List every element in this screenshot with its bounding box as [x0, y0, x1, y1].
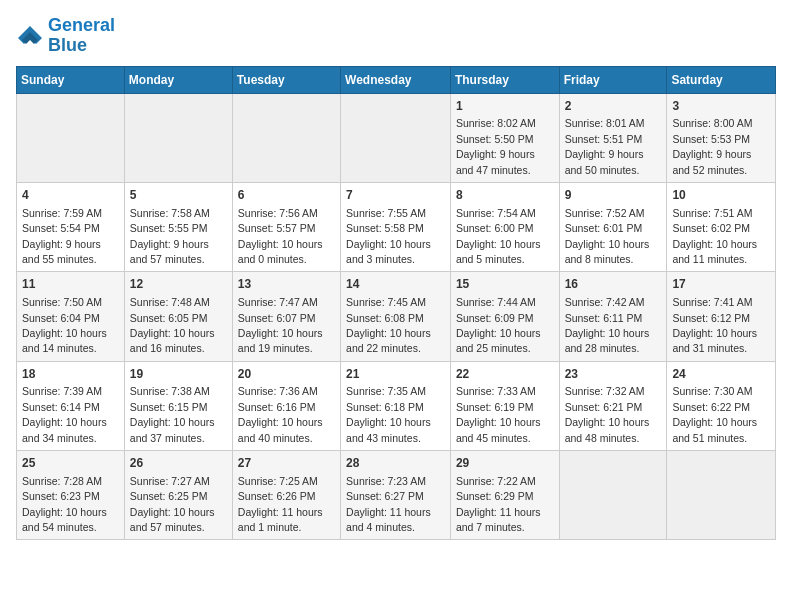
- day-header-thursday: Thursday: [450, 66, 559, 93]
- day-info: Sunrise: 7:59 AM Sunset: 5:54 PM Dayligh…: [22, 207, 102, 265]
- day-number: 7: [346, 187, 445, 204]
- day-header-monday: Monday: [124, 66, 232, 93]
- day-info: Sunrise: 7:35 AM Sunset: 6:18 PM Dayligh…: [346, 385, 431, 443]
- day-number: 2: [565, 98, 662, 115]
- calendar-cell: 25Sunrise: 7:28 AM Sunset: 6:23 PM Dayli…: [17, 451, 125, 540]
- calendar-cell: 15Sunrise: 7:44 AM Sunset: 6:09 PM Dayli…: [450, 272, 559, 361]
- calendar-cell: 9Sunrise: 7:52 AM Sunset: 6:01 PM Daylig…: [559, 182, 667, 271]
- calendar-cell: 7Sunrise: 7:55 AM Sunset: 5:58 PM Daylig…: [341, 182, 451, 271]
- day-info: Sunrise: 7:28 AM Sunset: 6:23 PM Dayligh…: [22, 475, 107, 533]
- day-info: Sunrise: 7:55 AM Sunset: 5:58 PM Dayligh…: [346, 207, 431, 265]
- calendar-table: SundayMondayTuesdayWednesdayThursdayFrid…: [16, 66, 776, 541]
- calendar-cell: [559, 451, 667, 540]
- day-info: Sunrise: 7:36 AM Sunset: 6:16 PM Dayligh…: [238, 385, 323, 443]
- week-row-5: 25Sunrise: 7:28 AM Sunset: 6:23 PM Dayli…: [17, 451, 776, 540]
- day-info: Sunrise: 7:25 AM Sunset: 6:26 PM Dayligh…: [238, 475, 323, 533]
- day-number: 28: [346, 455, 445, 472]
- day-number: 3: [672, 98, 770, 115]
- day-info: Sunrise: 7:27 AM Sunset: 6:25 PM Dayligh…: [130, 475, 215, 533]
- day-number: 10: [672, 187, 770, 204]
- day-info: Sunrise: 7:50 AM Sunset: 6:04 PM Dayligh…: [22, 296, 107, 354]
- day-number: 19: [130, 366, 227, 383]
- day-number: 21: [346, 366, 445, 383]
- day-info: Sunrise: 7:52 AM Sunset: 6:01 PM Dayligh…: [565, 207, 650, 265]
- day-number: 9: [565, 187, 662, 204]
- calendar-cell: 1Sunrise: 8:02 AM Sunset: 5:50 PM Daylig…: [450, 93, 559, 182]
- calendar-cell: 29Sunrise: 7:22 AM Sunset: 6:29 PM Dayli…: [450, 451, 559, 540]
- day-header-tuesday: Tuesday: [232, 66, 340, 93]
- calendar-cell: 19Sunrise: 7:38 AM Sunset: 6:15 PM Dayli…: [124, 361, 232, 450]
- day-info: Sunrise: 7:39 AM Sunset: 6:14 PM Dayligh…: [22, 385, 107, 443]
- day-info: Sunrise: 7:42 AM Sunset: 6:11 PM Dayligh…: [565, 296, 650, 354]
- calendar-cell: [341, 93, 451, 182]
- calendar-cell: 20Sunrise: 7:36 AM Sunset: 6:16 PM Dayli…: [232, 361, 340, 450]
- day-info: Sunrise: 7:44 AM Sunset: 6:09 PM Dayligh…: [456, 296, 541, 354]
- day-number: 24: [672, 366, 770, 383]
- calendar-cell: 13Sunrise: 7:47 AM Sunset: 6:07 PM Dayli…: [232, 272, 340, 361]
- calendar-cell: 5Sunrise: 7:58 AM Sunset: 5:55 PM Daylig…: [124, 182, 232, 271]
- day-number: 29: [456, 455, 554, 472]
- day-info: Sunrise: 7:54 AM Sunset: 6:00 PM Dayligh…: [456, 207, 541, 265]
- page-header: General Blue: [16, 16, 776, 56]
- logo-icon: [16, 24, 44, 48]
- day-number: 12: [130, 276, 227, 293]
- calendar-cell: [17, 93, 125, 182]
- calendar-cell: 22Sunrise: 7:33 AM Sunset: 6:19 PM Dayli…: [450, 361, 559, 450]
- calendar-cell: 24Sunrise: 7:30 AM Sunset: 6:22 PM Dayli…: [667, 361, 776, 450]
- day-info: Sunrise: 7:45 AM Sunset: 6:08 PM Dayligh…: [346, 296, 431, 354]
- day-number: 6: [238, 187, 335, 204]
- calendar-cell: 26Sunrise: 7:27 AM Sunset: 6:25 PM Dayli…: [124, 451, 232, 540]
- week-row-4: 18Sunrise: 7:39 AM Sunset: 6:14 PM Dayli…: [17, 361, 776, 450]
- day-number: 25: [22, 455, 119, 472]
- calendar-cell: 18Sunrise: 7:39 AM Sunset: 6:14 PM Dayli…: [17, 361, 125, 450]
- day-info: Sunrise: 7:23 AM Sunset: 6:27 PM Dayligh…: [346, 475, 431, 533]
- day-number: 23: [565, 366, 662, 383]
- day-number: 5: [130, 187, 227, 204]
- day-info: Sunrise: 8:01 AM Sunset: 5:51 PM Dayligh…: [565, 117, 645, 175]
- day-info: Sunrise: 8:00 AM Sunset: 5:53 PM Dayligh…: [672, 117, 752, 175]
- day-number: 20: [238, 366, 335, 383]
- day-header-friday: Friday: [559, 66, 667, 93]
- day-number: 15: [456, 276, 554, 293]
- day-info: Sunrise: 7:32 AM Sunset: 6:21 PM Dayligh…: [565, 385, 650, 443]
- calendar-cell: 28Sunrise: 7:23 AM Sunset: 6:27 PM Dayli…: [341, 451, 451, 540]
- calendar-cell: [667, 451, 776, 540]
- calendar-cell: 21Sunrise: 7:35 AM Sunset: 6:18 PM Dayli…: [341, 361, 451, 450]
- day-number: 4: [22, 187, 119, 204]
- day-info: Sunrise: 7:47 AM Sunset: 6:07 PM Dayligh…: [238, 296, 323, 354]
- day-header-wednesday: Wednesday: [341, 66, 451, 93]
- day-number: 8: [456, 187, 554, 204]
- day-number: 11: [22, 276, 119, 293]
- calendar-cell: [124, 93, 232, 182]
- calendar-cell: 11Sunrise: 7:50 AM Sunset: 6:04 PM Dayli…: [17, 272, 125, 361]
- day-number: 1: [456, 98, 554, 115]
- day-info: Sunrise: 7:58 AM Sunset: 5:55 PM Dayligh…: [130, 207, 210, 265]
- calendar-cell: 12Sunrise: 7:48 AM Sunset: 6:05 PM Dayli…: [124, 272, 232, 361]
- logo-text: General Blue: [48, 16, 115, 56]
- day-info: Sunrise: 7:22 AM Sunset: 6:29 PM Dayligh…: [456, 475, 541, 533]
- calendar-cell: 3Sunrise: 8:00 AM Sunset: 5:53 PM Daylig…: [667, 93, 776, 182]
- day-number: 16: [565, 276, 662, 293]
- day-number: 17: [672, 276, 770, 293]
- calendar-cell: 16Sunrise: 7:42 AM Sunset: 6:11 PM Dayli…: [559, 272, 667, 361]
- day-info: Sunrise: 7:33 AM Sunset: 6:19 PM Dayligh…: [456, 385, 541, 443]
- day-number: 22: [456, 366, 554, 383]
- day-info: Sunrise: 7:41 AM Sunset: 6:12 PM Dayligh…: [672, 296, 757, 354]
- day-info: Sunrise: 7:48 AM Sunset: 6:05 PM Dayligh…: [130, 296, 215, 354]
- calendar-cell: [232, 93, 340, 182]
- day-info: Sunrise: 7:51 AM Sunset: 6:02 PM Dayligh…: [672, 207, 757, 265]
- day-headers-row: SundayMondayTuesdayWednesdayThursdayFrid…: [17, 66, 776, 93]
- calendar-cell: 23Sunrise: 7:32 AM Sunset: 6:21 PM Dayli…: [559, 361, 667, 450]
- week-row-1: 1Sunrise: 8:02 AM Sunset: 5:50 PM Daylig…: [17, 93, 776, 182]
- day-number: 18: [22, 366, 119, 383]
- week-row-3: 11Sunrise: 7:50 AM Sunset: 6:04 PM Dayli…: [17, 272, 776, 361]
- day-info: Sunrise: 7:30 AM Sunset: 6:22 PM Dayligh…: [672, 385, 757, 443]
- day-number: 26: [130, 455, 227, 472]
- logo: General Blue: [16, 16, 115, 56]
- calendar-cell: 8Sunrise: 7:54 AM Sunset: 6:00 PM Daylig…: [450, 182, 559, 271]
- calendar-cell: 4Sunrise: 7:59 AM Sunset: 5:54 PM Daylig…: [17, 182, 125, 271]
- calendar-cell: 14Sunrise: 7:45 AM Sunset: 6:08 PM Dayli…: [341, 272, 451, 361]
- calendar-cell: 17Sunrise: 7:41 AM Sunset: 6:12 PM Dayli…: [667, 272, 776, 361]
- calendar-cell: 27Sunrise: 7:25 AM Sunset: 6:26 PM Dayli…: [232, 451, 340, 540]
- calendar-cell: 6Sunrise: 7:56 AM Sunset: 5:57 PM Daylig…: [232, 182, 340, 271]
